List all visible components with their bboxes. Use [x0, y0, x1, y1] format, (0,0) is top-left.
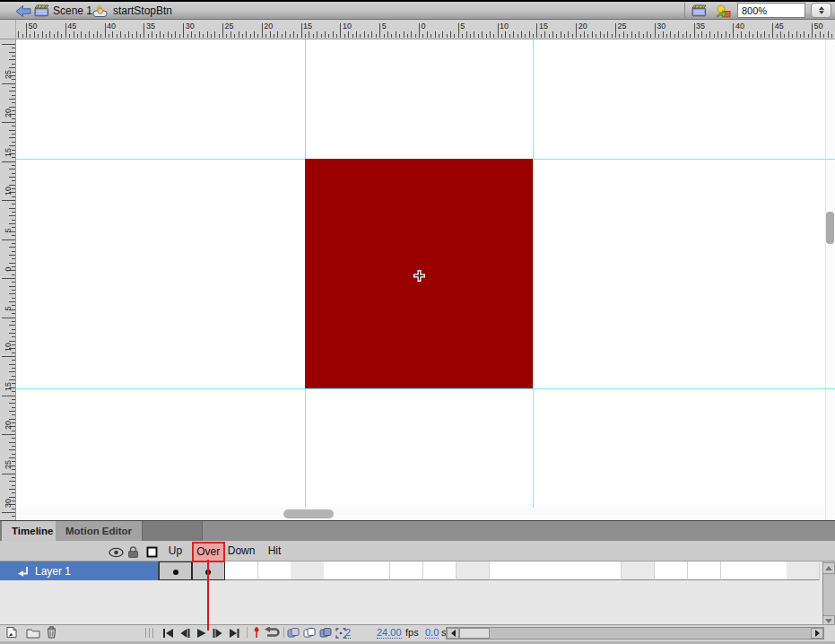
tab-motion-editor[interactable]: Motion Editor — [56, 521, 143, 541]
edit-symbols-button[interactable] — [716, 2, 732, 20]
guide-line-horizontal[interactable] — [16, 388, 835, 389]
frame-cell-15[interactable] — [622, 561, 655, 580]
ruler-tick — [404, 31, 404, 38]
frame-cell-7[interactable] — [357, 561, 390, 580]
frame-rate-unit: fps — [405, 627, 419, 638]
frame-cell-18[interactable] — [721, 561, 754, 580]
timeline-scroll-right-button[interactable] — [811, 628, 823, 639]
frame-cell-8[interactable] — [390, 561, 423, 580]
stage-vertical-scroll-thumb[interactable] — [826, 212, 834, 244]
ruler-tick — [9, 169, 15, 170]
ruler-tick — [501, 34, 502, 38]
edit-scene-button[interactable] — [691, 2, 707, 20]
keyframe-cell-1[interactable] — [159, 561, 192, 580]
ruler-label: 10 — [0, 339, 16, 355]
ruler-tick — [415, 34, 416, 38]
layer-row-layer1[interactable]: Layer 1 — [0, 561, 159, 580]
ruler-tick — [140, 34, 141, 38]
ruler-tick — [580, 34, 581, 38]
zoom-stepper[interactable] — [811, 3, 831, 18]
ruler-tick — [604, 34, 605, 38]
stage-vertical-scrollbar[interactable] — [825, 39, 835, 520]
timeline-tab-bar-spacer — [202, 521, 835, 541]
ruler-tick — [12, 282, 15, 283]
timeline-horizontal-scrollbar[interactable] — [446, 627, 824, 640]
ruler-tick — [34, 31, 35, 38]
ruler-tick — [764, 31, 765, 38]
frame-cell-10[interactable] — [457, 561, 490, 580]
frame-cell-20[interactable] — [787, 561, 820, 580]
ruler-tick — [674, 34, 675, 38]
scene-label: Scene 1 — [53, 4, 92, 17]
ruler-tick — [12, 258, 15, 259]
elapsed-time-field[interactable]: 0.0 — [425, 627, 439, 639]
frame-cell-6[interactable] — [324, 561, 357, 580]
ruler-tick — [290, 34, 291, 38]
frame-cell-17[interactable] — [688, 561, 721, 580]
ruler-tick — [592, 31, 593, 38]
frame-cell-16[interactable] — [655, 561, 688, 580]
ruler-tick — [466, 31, 467, 38]
timeline-horizontal-scroll-thumb[interactable] — [459, 628, 490, 639]
ruler-tick — [650, 34, 651, 38]
frame-cell-14[interactable] — [588, 561, 622, 580]
ruler-tick — [171, 34, 172, 38]
timeline-scroll-left-button[interactable] — [447, 628, 459, 639]
zoom-input[interactable] — [737, 3, 805, 18]
ruler-tick — [387, 31, 388, 38]
show-hide-all-layers-button[interactable] — [109, 545, 124, 561]
frame-cell-19[interactable] — [753, 561, 787, 580]
ruler-tick — [183, 23, 184, 38]
ruler-label: 25 — [225, 22, 234, 30]
ruler-tick — [74, 31, 74, 38]
ruler-label: 20 — [264, 22, 273, 30]
playhead[interactable] — [207, 560, 209, 631]
frame-cell-13[interactable] — [555, 561, 588, 580]
ruler-label: 20 — [0, 105, 16, 121]
ruler-label: 30 — [657, 22, 665, 30]
ruler-tick — [293, 31, 294, 38]
ruler-tick — [317, 31, 317, 38]
ruler-tick — [328, 34, 329, 38]
ruler-tick — [270, 31, 271, 38]
breadcrumb-scene[interactable]: Scene 1 — [34, 2, 92, 20]
lock-unlock-all-layers-button[interactable] — [127, 545, 139, 561]
ruler-tick — [12, 336, 15, 337]
ruler-tick — [9, 403, 15, 404]
ruler-tick — [54, 34, 55, 38]
stage-horizontal-scroll-thumb[interactable] — [283, 509, 334, 518]
frame-cell-3[interactable] — [225, 561, 258, 580]
ruler-tick — [12, 173, 15, 174]
ruler-tick — [694, 23, 695, 38]
frame-rate-field[interactable]: 24.00 — [377, 627, 402, 639]
ruler-tick — [9, 325, 15, 326]
panel-resize-gripper[interactable] — [145, 628, 155, 638]
breadcrumb-symbol[interactable]: startStopBtn — [92, 2, 172, 20]
ruler-tick — [30, 34, 30, 38]
ruler-tick — [321, 34, 322, 38]
timeline-scroll-up-button[interactable] — [822, 562, 835, 574]
frame-cell-5[interactable] — [291, 561, 324, 580]
ruler-tick — [572, 34, 573, 38]
ruler-tick — [9, 442, 15, 443]
frame-cell-4[interactable] — [258, 561, 291, 580]
frame-cell-12[interactable] — [522, 561, 555, 580]
current-frame-field[interactable]: 2 — [345, 627, 351, 639]
ruler-tick — [612, 34, 613, 38]
frame-cell-9[interactable] — [423, 561, 457, 580]
frame-cell-11[interactable] — [490, 561, 523, 580]
current-layer-indicator-icon — [16, 566, 30, 577]
stage-horizontal-scrollbar[interactable] — [16, 507, 825, 520]
ruler-tick — [2, 83, 15, 84]
guide-line-vertical[interactable] — [533, 39, 534, 508]
ruler-tick — [105, 23, 106, 38]
ruler-tick — [576, 23, 577, 38]
ruler-tick — [2, 474, 15, 474]
outline-square-icon — [146, 546, 158, 558]
show-layers-as-outlines-button[interactable] — [146, 545, 158, 561]
ruler-tick — [619, 34, 620, 38]
back-button[interactable] — [15, 2, 31, 20]
ruler-tick — [230, 31, 231, 38]
ruler-tick — [454, 34, 455, 38]
ruler-tick — [9, 286, 15, 287]
